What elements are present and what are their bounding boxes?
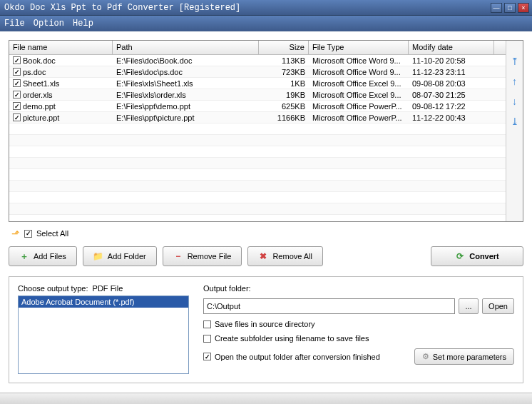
output-type-label: Choose output type: bbox=[18, 284, 88, 293]
table-row[interactable]: demo.pptE:\Files\ppt\demo.ppt625KBMicros… bbox=[9, 101, 506, 112]
col-filetype[interactable]: File Type bbox=[309, 41, 409, 54]
cell-type: Microsoft Office PowerP... bbox=[309, 101, 409, 111]
table-row-empty bbox=[9, 203, 506, 215]
output-folder-label: Output folder: bbox=[203, 284, 514, 293]
cell-size: 723KB bbox=[259, 67, 309, 77]
move-up-button[interactable]: ↑ bbox=[508, 75, 521, 88]
table-row-empty bbox=[9, 158, 506, 169]
table-row-empty bbox=[9, 181, 506, 192]
titlebar: Okdo Doc Xls Ppt to Pdf Converter [Regis… bbox=[0, 0, 532, 16]
cell-type: Microsoft Office Word 9... bbox=[309, 67, 409, 77]
move-bottom-button[interactable]: ⤓ bbox=[508, 115, 521, 128]
output-folder-input[interactable] bbox=[203, 298, 455, 314]
cell-path: E:\Files\doc\ps.doc bbox=[113, 67, 259, 77]
remove-all-button[interactable]: ✖Remove All bbox=[247, 246, 323, 266]
cell-date: 09-08-12 17:22 bbox=[409, 101, 494, 111]
cell-path: E:\Files\ppt\picture.ppt bbox=[113, 113, 259, 123]
output-panel: Choose output type: PDF File Adobe Acrob… bbox=[9, 276, 523, 383]
col-filename[interactable]: File name bbox=[9, 41, 113, 54]
menubar: File Option Help bbox=[0, 16, 532, 31]
open-after-checkbox[interactable] bbox=[203, 353, 211, 360]
folder-up-icon[interactable]: ⬏ bbox=[11, 228, 20, 239]
grid-header: File name Path Size File Type Modify dat… bbox=[9, 41, 506, 55]
row-checkbox[interactable] bbox=[13, 56, 21, 64]
select-all-label: Select All bbox=[36, 229, 68, 238]
row-checkbox[interactable] bbox=[13, 68, 21, 76]
output-type-option[interactable]: Adobe Acrobat Document (*.pdf) bbox=[19, 296, 188, 308]
save-source-checkbox[interactable] bbox=[203, 320, 211, 328]
cell-filename: Sheet1.xls bbox=[23, 79, 59, 88]
remove-icon: ✖ bbox=[258, 251, 268, 261]
table-row[interactable]: Sheet1.xlsE:\Files\xls\Sheet1.xls1KBMicr… bbox=[9, 78, 506, 89]
select-all-checkbox[interactable] bbox=[24, 230, 32, 238]
menu-option[interactable]: Option bbox=[34, 19, 64, 29]
table-row-empty bbox=[9, 169, 506, 181]
gear-icon: ⚙ bbox=[422, 352, 429, 361]
subfolder-label: Create subfolder using filename to save … bbox=[215, 334, 369, 343]
file-grid: File name Path Size File Type Modify dat… bbox=[9, 40, 523, 222]
folder-icon: 📁 bbox=[93, 251, 103, 261]
cell-type: Microsoft Office Excel 9... bbox=[309, 79, 409, 89]
cell-date: 09-08-08 20:03 bbox=[409, 79, 494, 89]
table-row[interactable]: order.xlsE:\Files\xls\order.xls19KBMicro… bbox=[9, 89, 506, 101]
cell-path: E:\Files\xls\Sheet1.xls bbox=[113, 79, 259, 89]
menu-file[interactable]: File bbox=[4, 19, 25, 29]
cell-date: 11-12-22 00:43 bbox=[409, 113, 494, 123]
cell-type: Microsoft Office PowerP... bbox=[309, 113, 409, 123]
cell-date: 11-12-23 23:11 bbox=[409, 67, 494, 77]
cell-date: 08-07-30 21:25 bbox=[409, 90, 494, 100]
cell-filename: order.xls bbox=[23, 91, 53, 99]
table-row[interactable]: ps.docE:\Files\doc\ps.doc723KBMicrosoft … bbox=[9, 66, 506, 78]
close-button[interactable]: × bbox=[518, 3, 529, 13]
row-checkbox[interactable] bbox=[13, 113, 21, 121]
convert-button[interactable]: ⟳Convert bbox=[431, 246, 523, 266]
cell-size: 113KB bbox=[259, 56, 309, 66]
output-type-listbox[interactable]: Adobe Acrobat Document (*.pdf) bbox=[18, 296, 189, 374]
maximize-button[interactable]: □ bbox=[504, 3, 516, 13]
reorder-arrows: ⤒ ↑ ↓ ⤓ bbox=[506, 41, 523, 221]
plus-icon: ＋ bbox=[19, 251, 29, 261]
cell-filename: demo.ppt bbox=[23, 102, 56, 111]
cell-filename: ps.doc bbox=[23, 68, 46, 76]
table-row[interactable]: picture.pptE:\Files\ppt\picture.ppt1166K… bbox=[9, 112, 506, 123]
menu-help[interactable]: Help bbox=[73, 19, 93, 29]
table-row[interactable]: Book.docE:\Files\doc\Book.doc113KBMicros… bbox=[9, 55, 506, 66]
table-row-empty bbox=[9, 123, 506, 135]
window-title: Okdo Doc Xls Ppt to Pdf Converter [Regis… bbox=[3, 3, 491, 13]
browse-button[interactable]: ... bbox=[459, 298, 479, 314]
output-type-current: PDF File bbox=[93, 284, 123, 293]
cell-size: 1166KB bbox=[259, 113, 309, 123]
col-modifydate[interactable]: Modify date bbox=[409, 41, 494, 54]
minimize-button[interactable]: — bbox=[491, 3, 502, 13]
save-source-label: Save files in source directory bbox=[215, 320, 315, 328]
convert-icon: ⟳ bbox=[455, 251, 465, 261]
add-folder-button[interactable]: 📁Add Folder bbox=[83, 246, 157, 266]
table-row-empty bbox=[9, 146, 506, 158]
cell-path: E:\Files\doc\Book.doc bbox=[113, 56, 259, 66]
cell-type: Microsoft Office Word 9... bbox=[309, 56, 409, 66]
col-size[interactable]: Size bbox=[259, 41, 309, 54]
row-checkbox[interactable] bbox=[13, 102, 21, 110]
table-row-empty bbox=[9, 192, 506, 203]
remove-file-button[interactable]: −Remove File bbox=[163, 246, 242, 266]
subfolder-checkbox[interactable] bbox=[203, 335, 211, 343]
move-down-button[interactable]: ↓ bbox=[508, 95, 521, 108]
cell-size: 1KB bbox=[259, 79, 309, 89]
table-row-empty bbox=[9, 135, 506, 146]
status-bar bbox=[0, 393, 532, 404]
cell-date: 11-10-20 20:58 bbox=[409, 56, 494, 66]
move-top-button[interactable]: ⤒ bbox=[508, 55, 521, 68]
cell-path: E:\Files\ppt\demo.ppt bbox=[113, 101, 259, 111]
cell-size: 625KB bbox=[259, 101, 309, 111]
cell-filename: picture.ppt bbox=[23, 113, 59, 122]
row-checkbox[interactable] bbox=[13, 79, 21, 87]
minus-icon: − bbox=[173, 251, 183, 261]
set-parameters-button[interactable]: ⚙Set more parameters bbox=[414, 348, 514, 365]
open-after-label: Open the output folder after conversion … bbox=[215, 353, 380, 361]
col-path[interactable]: Path bbox=[113, 41, 259, 54]
cell-filename: Book.doc bbox=[23, 56, 56, 65]
cell-path: E:\Files\xls\order.xls bbox=[113, 90, 259, 100]
open-folder-button[interactable]: Open bbox=[482, 298, 514, 314]
add-files-button[interactable]: ＋Add Files bbox=[9, 246, 77, 266]
row-checkbox[interactable] bbox=[13, 91, 21, 99]
